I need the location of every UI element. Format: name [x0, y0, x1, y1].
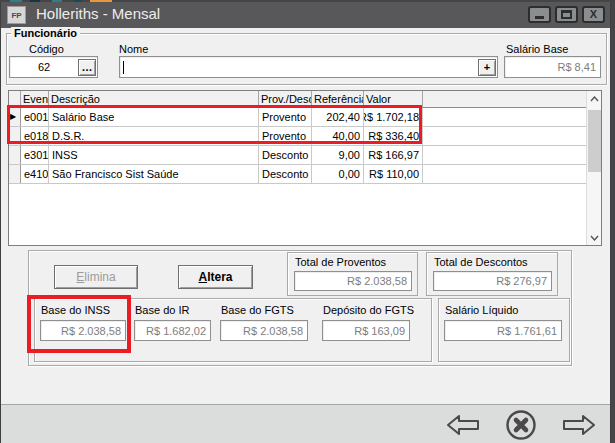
close-button[interactable]: X: [582, 6, 605, 23]
total-descontos-groupbox: Total de Descontos R$ 276,97: [426, 252, 558, 296]
cell-valor: R$ 1.702,18: [364, 108, 423, 126]
vertical-scrollbar[interactable]: [586, 91, 601, 245]
grid-body: Evento Descrição Prov./Desc. Referência …: [9, 91, 586, 245]
total-descontos-label: Total de Descontos: [434, 256, 528, 268]
scrollbar-thumb[interactable]: [588, 110, 601, 172]
table-row[interactable]: e301 INSS Desconto 9,00 R$ 166,97: [9, 146, 586, 165]
base-ir-label: Base do IR: [135, 304, 189, 316]
total-proventos-field: R$ 2.038,58: [294, 271, 412, 291]
salario-base-field: R$ 8,41: [504, 56, 601, 78]
cell-valor: R$ 336,40: [364, 127, 423, 145]
row-indicator: ▶: [9, 108, 21, 126]
x-circle-icon: [505, 409, 537, 441]
total-proventos-label: Total de Proventos: [295, 256, 386, 268]
base-inss-label: Base do INSS: [41, 304, 110, 316]
base-fgts-value: R$ 2.038,58: [243, 325, 303, 337]
table-row[interactable]: e410 São Francisco Sist Saúde Desconto 0…: [9, 165, 586, 184]
row-filler: [423, 127, 586, 145]
header-valor[interactable]: Valor: [364, 91, 423, 108]
app-window: FP Holleriths - Mensal X Funcionário Cód…: [0, 2, 611, 443]
cell-valor: R$ 166,97: [364, 146, 423, 164]
codigo-label: Código: [29, 43, 64, 55]
table-row[interactable]: e018 D.S.R. Provento 40,00 R$ 336,40: [9, 127, 586, 146]
elimina-button[interactable]: Elimina: [54, 265, 138, 289]
elimina-label: Elimina: [76, 270, 115, 284]
salario-base-label: Salário Base: [506, 43, 568, 55]
text-caret: [123, 61, 124, 74]
cell-referencia: 40,00: [312, 127, 364, 145]
cell-descricao: São Francisco Sist Saúde: [49, 165, 259, 183]
header-prov-desc[interactable]: Prov./Desc.: [259, 91, 312, 108]
cell-referencia: 0,00: [312, 165, 364, 183]
funcionario-group-label: Funcionário: [11, 27, 80, 39]
bottom-toolbar: [1, 404, 610, 443]
altera-button[interactable]: Altera: [178, 265, 253, 289]
header-filler: [423, 91, 586, 108]
header-descricao[interactable]: Descrição: [49, 91, 259, 108]
codigo-value: 62: [10, 61, 78, 73]
minimize-icon: [535, 16, 544, 19]
cell-tipo: Provento: [259, 108, 312, 126]
base-ir-value: R$ 1.682,02: [146, 325, 206, 337]
salario-liquido-value: R$ 1.761,61: [497, 325, 557, 337]
base-ir-field: R$ 1.682,02: [134, 320, 211, 341]
total-descontos-value: R$ 276,97: [496, 275, 547, 287]
cell-evento: e410: [21, 165, 49, 183]
client-area: Funcionário Código 62 … Nome + Salário B…: [1, 28, 610, 443]
cancel-button[interactable]: [505, 405, 537, 443]
scroll-down-icon[interactable]: [587, 230, 602, 245]
base-inss-field: R$ 2.038,58: [40, 320, 126, 341]
header-referencia[interactable]: Referência: [312, 91, 364, 108]
cell-valor: R$ 110,00: [364, 165, 423, 183]
arrow-right-icon: [561, 414, 597, 436]
header-indicator: [9, 91, 21, 108]
deposito-fgts-label: Depósito do FGTS: [323, 304, 414, 316]
cell-referencia: 202,40: [312, 108, 364, 126]
total-proventos-value: R$ 2.038,58: [347, 275, 407, 287]
app-icon: FP: [7, 6, 26, 24]
total-descontos-field: R$ 276,97: [433, 271, 552, 291]
salario-liquido-label: Salário Líquido: [445, 304, 518, 316]
cell-evento: e018: [21, 127, 49, 145]
row-filler: [423, 146, 586, 164]
cell-tipo: Provento: [259, 127, 312, 145]
cell-evento: e001: [21, 108, 49, 126]
row-filler: [423, 165, 586, 183]
cell-descricao: INSS: [49, 146, 259, 164]
nome-label: Nome: [119, 43, 148, 55]
nome-field[interactable]: +: [119, 56, 498, 78]
titlebar[interactable]: FP Holleriths - Mensal X: [1, 2, 610, 28]
codigo-browse-button[interactable]: …: [78, 59, 96, 76]
salario-liquido-field: R$ 1.761,61: [444, 320, 562, 341]
close-icon: X: [590, 9, 597, 20]
scroll-up-icon[interactable]: [587, 91, 602, 106]
next-record-button[interactable]: [561, 405, 597, 443]
minimize-button[interactable]: [528, 6, 551, 23]
salario-base-value: R$ 8,41: [557, 61, 596, 73]
nome-add-button[interactable]: +: [478, 59, 496, 76]
cell-referencia: 9,00: [312, 146, 364, 164]
codigo-field[interactable]: 62 …: [9, 56, 98, 78]
maximize-button[interactable]: [555, 6, 578, 23]
row-indicator: [9, 127, 21, 145]
deposito-fgts-field: R$ 163,09: [322, 320, 410, 341]
row-indicator: [9, 165, 21, 183]
row-indicator: [9, 146, 21, 164]
base-fgts-field: R$ 2.038,58: [220, 320, 308, 341]
base-fgts-label: Base do FGTS: [221, 304, 294, 316]
events-grid[interactable]: Evento Descrição Prov./Desc. Referência …: [8, 90, 602, 246]
previous-record-button[interactable]: [445, 405, 481, 443]
deposito-fgts-value: R$ 163,09: [354, 325, 405, 337]
cell-tipo: Desconto: [259, 165, 312, 183]
table-row[interactable]: ▶ e001 Salário Base Provento 202,40 R$ 1…: [9, 108, 586, 127]
header-evento[interactable]: Evento: [21, 91, 49, 108]
current-row-marker: ▶: [10, 113, 16, 121]
cell-descricao: D.S.R.: [49, 127, 259, 145]
base-inss-value: R$ 2.038,58: [61, 325, 121, 337]
altera-label: Altera: [198, 270, 232, 284]
maximize-icon: [561, 10, 572, 19]
grid-header-row: Evento Descrição Prov./Desc. Referência …: [9, 91, 586, 108]
cell-evento: e301: [21, 146, 49, 164]
row-filler: [423, 108, 586, 126]
cell-descricao: Salário Base: [49, 108, 259, 126]
